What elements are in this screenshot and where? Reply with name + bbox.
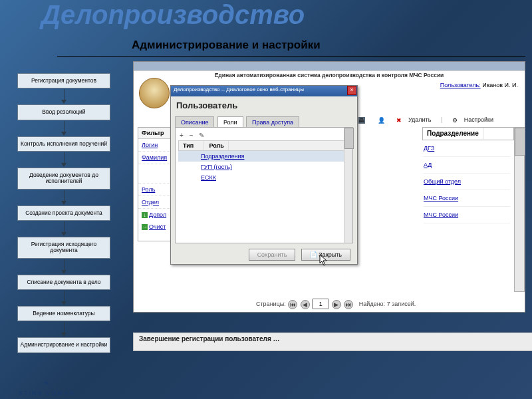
sidebar-item-deliver[interactable]: Доведение документов до исполнителей <box>17 168 110 190</box>
dialog-title-bar[interactable]: Делопроизводство -- Диалоговое окно веб-… <box>171 86 357 96</box>
role-row[interactable]: Подразделения <box>178 151 350 162</box>
sidebar-item-admin[interactable]: Администрирование и настройки <box>17 337 110 352</box>
edit-role-icon[interactable]: ✎ <box>199 132 204 139</box>
delete-button[interactable]: ✖Удалить <box>394 116 434 123</box>
settings-button[interactable]: ⚙Настройки <box>450 116 496 123</box>
sidebar-item-create-draft[interactable]: Создание проекта документа <box>17 205 110 221</box>
sidebar-item-archive[interactable]: Списание документа в дело <box>17 275 110 290</box>
col-role[interactable]: Роль <box>205 141 229 150</box>
tab-description[interactable]: Описание <box>175 116 214 128</box>
role-row[interactable]: ГУП (гость) <box>178 162 350 172</box>
dialog-tabs: Описание Роли Права доступа <box>171 114 357 127</box>
pager-label: Страницы: <box>256 301 286 307</box>
grid-toolbar: + − ✎ <box>178 130 350 140</box>
col-type[interactable]: Тип <box>179 141 203 150</box>
sidebar-item-resolutions[interactable]: Ввод резолюций <box>17 104 110 120</box>
user-label[interactable]: Пользователь: <box>440 82 481 88</box>
sidebar-item-register-docs[interactable]: Регистрация документов <box>17 73 110 88</box>
divider <box>57 56 525 57</box>
tab-roles[interactable]: Роли <box>217 116 243 128</box>
column-header-dept[interactable]: Подразделение <box>422 127 514 140</box>
dept-cell[interactable]: Общий отдел <box>424 174 510 190</box>
pager-input[interactable] <box>312 299 329 309</box>
save-button[interactable]: Сохранить <box>249 249 296 261</box>
sub-title: Администрирование и настройки <box>132 39 321 52</box>
sidebar-item-register-out[interactable]: Регистрация исходящего документа <box>17 237 110 259</box>
role-grid-header: Тип Роль <box>178 140 350 151</box>
window-title-bar <box>134 62 525 70</box>
dept-column: ДГЗ АД Общий отдел МЧС России МЧС России <box>424 140 510 223</box>
vertical-scrollbar[interactable] <box>514 127 525 292</box>
inner-scrollbar[interactable] <box>344 128 352 243</box>
add-role-icon[interactable]: + <box>180 132 184 139</box>
dialog-buttons: Сохранить 📄 Закрыть <box>171 243 357 265</box>
toolbar: 🖶 👤 ✖Удалить | ⚙Настройки <box>353 116 499 124</box>
pager: Страницы: ⏮ ◀ ▶ ⏭ Найдено: 7 записей. <box>256 299 416 309</box>
sidebar: Регистрация документов Ввод резолюций Ко… <box>17 73 110 369</box>
close-button[interactable]: 📄 Закрыть <box>301 249 350 261</box>
pager-prev-icon[interactable]: ◀ <box>301 300 310 309</box>
dept-cell[interactable]: ДГЗ <box>424 140 510 157</box>
brand-logo: STINS COMAN <box>19 379 75 396</box>
toolbar-user-icon[interactable]: 👤 <box>375 116 387 123</box>
tab-content: + − ✎ Тип Роль Подразделения ГУП (гость)… <box>175 127 353 243</box>
user-dialog: Делопроизводство -- Диалоговое окно веб-… <box>170 85 358 265</box>
role-row[interactable]: ЕСКК <box>178 172 350 183</box>
remove-role-icon[interactable]: − <box>190 132 194 139</box>
user-info: Пользователь: Иванов И. И. <box>440 82 518 88</box>
pager-first-icon[interactable]: ⏮ <box>288 300 297 309</box>
user-name: Иванов И. И. <box>482 82 518 88</box>
sidebar-item-nomenclature[interactable]: Ведение номенклатуры <box>17 306 110 321</box>
app-header: Единая автоматизированная система делопр… <box>134 70 525 80</box>
pager-next-icon[interactable]: ▶ <box>332 300 341 309</box>
tab-permissions[interactable]: Права доступа <box>246 116 299 128</box>
sidebar-item-control[interactable]: Контроль исполнения поручений <box>17 136 110 152</box>
dialog-header: Пользователь <box>171 96 357 114</box>
close-icon[interactable]: × <box>347 86 356 95</box>
pager-last-icon[interactable]: ⏭ <box>344 300 353 309</box>
dept-cell[interactable]: АД <box>424 157 510 174</box>
pager-count: Найдено: 7 записей. <box>359 301 416 307</box>
dept-cell[interactable]: МЧС России <box>424 207 510 223</box>
emblem-icon <box>139 78 170 108</box>
main-title: Делопроизводство <box>41 0 305 30</box>
status-bar: Завершение регистрации пользователя … <box>133 332 532 351</box>
dept-cell[interactable]: МЧС России <box>424 190 510 207</box>
